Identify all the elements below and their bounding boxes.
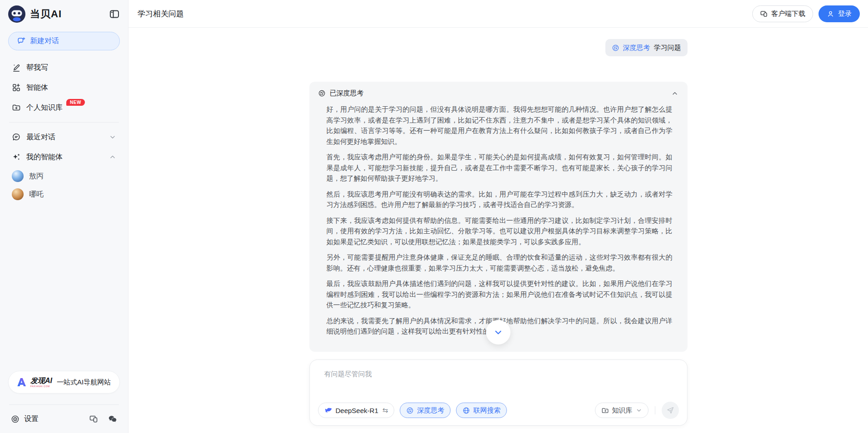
app-window: 当贝AI 新建对话	[0, 0, 868, 433]
sidebar-collapse-icon[interactable]	[109, 9, 120, 20]
folder-plus-icon	[12, 103, 21, 112]
thinking-paragraph: 最后，我应该鼓励用户具体描述他们遇到的问题，这样我可以提供更针对性的建议。比如，…	[326, 278, 672, 310]
login-label: 登录	[838, 10, 852, 18]
sidebar-agent-aobing[interactable]: 敖丙	[8, 167, 120, 185]
sidebar-item-label: 帮我写	[26, 63, 48, 73]
web-search-toggle[interactable]: 联网搜索	[456, 403, 507, 418]
user-message-text: 学习问题	[654, 44, 681, 52]
dangbei-robot-logo-icon	[8, 5, 25, 23]
thinking-paragraph: 另外，可能需要提醒用户注意身体健康，保证充足的睡眠、合理的饮食和适量的运动，这些…	[326, 252, 672, 273]
discover-ai-banner[interactable]: 发现AI FAXIANAI.COM 一站式AI导航网站	[8, 371, 120, 394]
sidebar-item-help-me-write[interactable]: 帮我写	[8, 58, 120, 78]
app-title: 当贝AI	[30, 7, 104, 21]
sidebar-header: 当贝AI	[8, 0, 120, 28]
sidebar-section-recent-chats[interactable]: 最近对话	[8, 127, 120, 147]
deep-think-label: 深度思考	[417, 406, 444, 415]
chat-bubble-icon	[12, 133, 21, 142]
globe-icon	[463, 407, 470, 414]
sidebar-agent-nezha[interactable]: 哪吒	[8, 185, 120, 203]
user-icon	[827, 10, 834, 18]
section-label: 最近对话	[26, 133, 55, 142]
send-button[interactable]	[661, 402, 679, 419]
chat-area: 深度思考 学习问题 已深度思考	[128, 28, 868, 433]
settings-label[interactable]: 设置	[24, 414, 84, 424]
thinking-paragraph: 好，用户问的是关于学习的问题，但没有具体说明是哪方面。我得先想想可能的几种情况。…	[326, 104, 672, 147]
wechat-icon[interactable]	[108, 414, 117, 423]
sidebar-footer: 设置	[8, 405, 120, 433]
sidebar-item-knowledge-base[interactable]: 个人知识库 NEW	[8, 98, 120, 118]
agent-name: 哪吒	[29, 190, 44, 199]
model-selector[interactable]: DeepSeek-R1 ⇆	[318, 403, 395, 418]
model-name: DeepSeek-R1	[335, 407, 378, 414]
gear-icon[interactable]	[11, 415, 20, 423]
thinking-panel-header[interactable]: 已深度思考	[309, 82, 687, 102]
sidebar: 当贝AI 新建对话	[0, 0, 128, 433]
deepseek-whale-icon	[324, 406, 332, 414]
faxian-ai-name: 发现AI	[30, 377, 52, 384]
sidebar-item-label: 个人知识库	[26, 103, 63, 113]
thinking-panel: 已深度思考 好，用户问的是关于学习的问题，但没有具体说明是哪方面。我得先想想可能…	[309, 82, 687, 352]
thinking-content: 好，用户问的是关于学习的问题，但没有具体说明是哪方面。我得先想想可能的几种情况。…	[309, 102, 687, 346]
deep-think-icon	[406, 407, 414, 414]
faxian-ai-wordmark: 发现AI FAXIANAI.COM	[30, 377, 52, 388]
sidebar-item-agents[interactable]: 智能体	[8, 78, 120, 98]
page-title: 学习相关问题	[138, 9, 752, 19]
deep-think-icon	[318, 89, 326, 97]
banner-slogan: 一站式AI导航网站	[57, 378, 111, 387]
folder-icon	[601, 407, 609, 414]
composer: DeepSeek-R1 ⇆ 深度思考	[309, 359, 687, 426]
agent-name: 敖丙	[29, 172, 44, 181]
thinking-paragraph: 接下来，我应该考虑如何提供有帮助的信息。可能需要给出一些通用的学习建议，比如制定…	[326, 215, 672, 247]
new-chat-label: 新建对话	[30, 36, 59, 46]
sidebar-section-my-agents[interactable]: 我的智能体	[8, 147, 120, 167]
agents-grid-icon	[12, 83, 21, 92]
new-chat-button[interactable]: 新建对话	[8, 32, 120, 50]
thinking-paragraph: 首先，我应该考虑用户可能的身份。如果是学生，可能关心的是如何提高成绩，如何有效复…	[326, 152, 672, 184]
thinking-title: 已深度思考	[330, 89, 667, 98]
avatar	[12, 170, 24, 182]
chevron-up-icon[interactable]	[109, 153, 116, 161]
login-button[interactable]: 登录	[819, 5, 860, 22]
pencil-icon	[12, 63, 21, 72]
section-label: 我的智能体	[26, 153, 63, 162]
deep-think-icon	[612, 44, 619, 52]
deep-think-toggle[interactable]: 深度思考	[400, 403, 451, 418]
chevron-down-icon	[636, 407, 642, 413]
new-badge: NEW	[66, 99, 85, 106]
paper-plane-icon	[666, 406, 674, 414]
web-search-label: 联网搜索	[473, 406, 501, 415]
knowledge-base-label: 知识库	[612, 406, 632, 415]
thinking-paragraph: 然后，我应该思考用户可能没有明确表达的需求。比如，用户可能在学习过程中感到压力大…	[326, 189, 672, 210]
client-download-button[interactable]: 客户端下载	[752, 5, 813, 22]
chevron-down-icon	[493, 327, 503, 337]
chevron-down-icon[interactable]	[109, 133, 116, 141]
model-swap-icon: ⇆	[382, 406, 388, 414]
client-devices-icon	[760, 10, 768, 18]
sidebar-menu: 帮我写 智能体	[8, 58, 120, 118]
user-message-deepthink-tag: 深度思考	[623, 44, 650, 52]
chat-plus-icon	[17, 37, 25, 45]
collapse-thinking-icon[interactable]	[671, 90, 678, 97]
client-download-label: 客户端下载	[771, 10, 805, 18]
composer-toolbar: DeepSeek-R1 ⇆ 深度思考	[318, 402, 679, 419]
sparkles-icon	[12, 153, 21, 162]
devices-icon[interactable]	[89, 414, 98, 423]
chat-input[interactable]	[324, 370, 679, 394]
sidebar-item-label: 智能体	[26, 83, 48, 93]
top-header: 学习相关问题 客户端下载 登录	[128, 0, 868, 28]
faxian-ai-logo-icon	[16, 377, 27, 388]
avatar	[12, 188, 24, 200]
sidebar-divider	[9, 122, 119, 123]
knowledge-base-selector[interactable]: 知识库	[595, 403, 648, 418]
scroll-to-bottom-button[interactable]	[486, 320, 511, 344]
user-message: 深度思考 学习问题	[605, 39, 687, 56]
toolbar-divider	[655, 406, 655, 414]
faxian-ai-domain: FAXIANAI.COM	[30, 385, 52, 388]
